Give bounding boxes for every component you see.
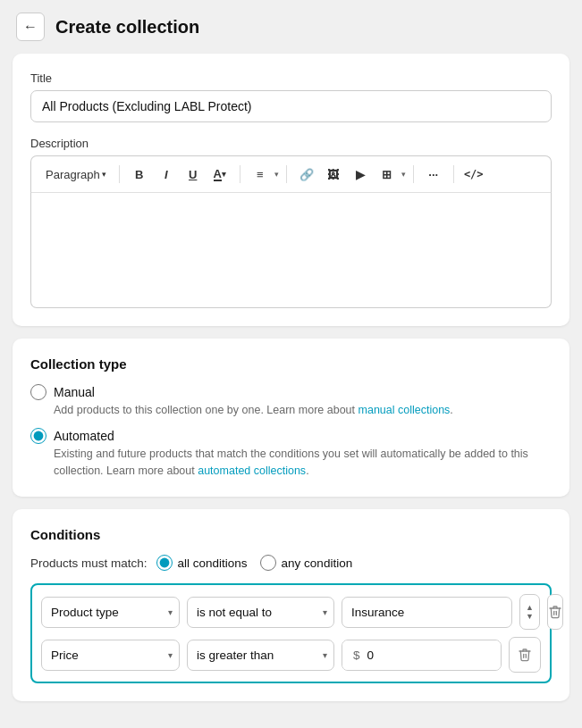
operator-select-1[interactable]: is equal to is not equal to starts with … — [187, 597, 334, 628]
toolbar-separator-2 — [240, 165, 240, 183]
automated-collections-link[interactable]: automated collections — [198, 464, 306, 477]
more-button[interactable]: ··· — [421, 162, 446, 187]
trash-icon — [548, 605, 562, 619]
toolbar-separator-1 — [119, 165, 120, 183]
back-button[interactable]: ← — [16, 13, 45, 41]
trash-icon-2 — [518, 648, 532, 662]
page-title: Create collection — [55, 17, 199, 38]
delete-row-1-button[interactable] — [547, 594, 563, 630]
operator-select-2[interactable]: is equal to is not equal to is greater t… — [187, 640, 334, 671]
condition-row-1: Product type Product vendor Product tag … — [41, 594, 541, 630]
automated-radio[interactable] — [30, 428, 46, 444]
page-header: ← Create collection — [0, 0, 582, 54]
operator-select-wrapper-2: is equal to is not equal to is greater t… — [187, 640, 334, 671]
any-condition-option[interactable]: any condition — [260, 555, 353, 571]
manual-label[interactable]: Manual — [30, 384, 552, 400]
insert-group: 🔗 🖼 ▶ ⊞ ▾ — [294, 162, 406, 187]
type-select-1[interactable]: Product type Product vendor Product tag … — [41, 597, 180, 628]
match-label: Products must match: — [30, 556, 148, 570]
text-color-chevron: ▾ — [222, 170, 226, 179]
paragraph-dropdown[interactable]: Paragraph ▾ — [40, 162, 112, 187]
collection-type-radio-group: Manual Add products to this collection o… — [30, 384, 552, 479]
code-button[interactable]: </> — [461, 162, 486, 187]
paragraph-chevron: ▾ — [102, 170, 106, 179]
page: ← Create collection Title Description Pa… — [0, 0, 582, 728]
price-input-2[interactable] — [367, 640, 502, 670]
condition-rows-wrapper: Product type Product vendor Product tag … — [30, 583, 552, 683]
toolbar-separator-3 — [286, 165, 287, 183]
any-condition-radio[interactable] — [260, 555, 276, 571]
bold-button[interactable]: B — [127, 162, 152, 187]
description-editor[interactable] — [30, 192, 552, 308]
condition-value-1[interactable] — [342, 597, 512, 628]
sort-arrows-1[interactable]: ▲ ▼ — [519, 594, 540, 630]
manual-option: Manual Add products to this collection o… — [30, 384, 552, 419]
all-conditions-option[interactable]: all conditions — [156, 555, 248, 571]
all-conditions-label: all conditions — [178, 556, 248, 570]
delete-row-2-button[interactable] — [509, 637, 541, 673]
format-group: B I U A ▾ — [127, 162, 232, 187]
title-input[interactable] — [30, 90, 552, 122]
text-color-button[interactable]: A ▾ — [207, 162, 232, 187]
manual-radio[interactable] — [30, 384, 46, 400]
sort-up-icon: ▲ — [526, 604, 534, 612]
price-input-wrapper-2: $ — [342, 640, 502, 671]
collection-type-title: Collection type — [30, 356, 552, 372]
paragraph-label: Paragraph — [46, 168, 100, 181]
automated-description: Existing and future products that match … — [54, 446, 552, 480]
any-condition-label: any condition — [282, 556, 353, 570]
underline-button[interactable]: U — [181, 162, 206, 187]
title-description-card: Title Description Paragraph ▾ B I U A ▾ … — [13, 54, 569, 326]
type-select-wrapper-1: Product type Product vendor Product tag … — [41, 597, 180, 628]
type-select-wrapper-2: Product type Product vendor Product tag … — [41, 640, 180, 671]
text-color-label: A — [214, 168, 222, 181]
manual-collections-link[interactable]: manual collections — [358, 404, 451, 416]
all-conditions-radio[interactable] — [156, 555, 173, 571]
manual-label-text: Manual — [54, 385, 95, 399]
link-button[interactable]: 🔗 — [294, 162, 319, 187]
toolbar-separator-4 — [413, 165, 414, 183]
description-label: Description — [30, 137, 552, 150]
automated-label-text: Automated — [54, 429, 114, 443]
title-label: Title — [30, 71, 552, 85]
video-button[interactable]: ▶ — [348, 162, 373, 187]
manual-description: Add products to this collection one by o… — [54, 402, 552, 419]
align-group: ≡ ▾ — [248, 162, 279, 187]
condition-row-2: Product type Product vendor Product tag … — [41, 637, 541, 673]
type-select-2[interactable]: Product type Product vendor Product tag … — [41, 640, 180, 671]
image-button[interactable]: 🖼 — [321, 162, 346, 187]
sort-down-icon: ▼ — [526, 613, 534, 621]
price-symbol: $ — [342, 640, 367, 670]
description-toolbar: Paragraph ▾ B I U A ▾ ≡ ▾ 🔗 🖼 — [30, 155, 552, 192]
conditions-title: Conditions — [30, 527, 552, 542]
italic-button[interactable]: I — [154, 162, 179, 187]
match-radio-group: all conditions any condition — [156, 555, 353, 571]
align-chevron: ▾ — [274, 170, 279, 179]
automated-label[interactable]: Automated — [30, 428, 552, 444]
collection-type-card: Collection type Manual Add products to t… — [13, 339, 569, 497]
table-chevron: ▾ — [401, 170, 406, 179]
align-button[interactable]: ≡ — [248, 162, 273, 187]
automated-option: Automated Existing and future products t… — [30, 428, 552, 480]
conditions-card: Conditions Products must match: all cond… — [13, 509, 569, 701]
operator-select-wrapper-1: is equal to is not equal to starts with … — [187, 597, 334, 628]
match-row: Products must match: all conditions any … — [30, 555, 552, 571]
table-button[interactable]: ⊞ — [375, 162, 400, 187]
toolbar-separator-5 — [453, 165, 454, 183]
